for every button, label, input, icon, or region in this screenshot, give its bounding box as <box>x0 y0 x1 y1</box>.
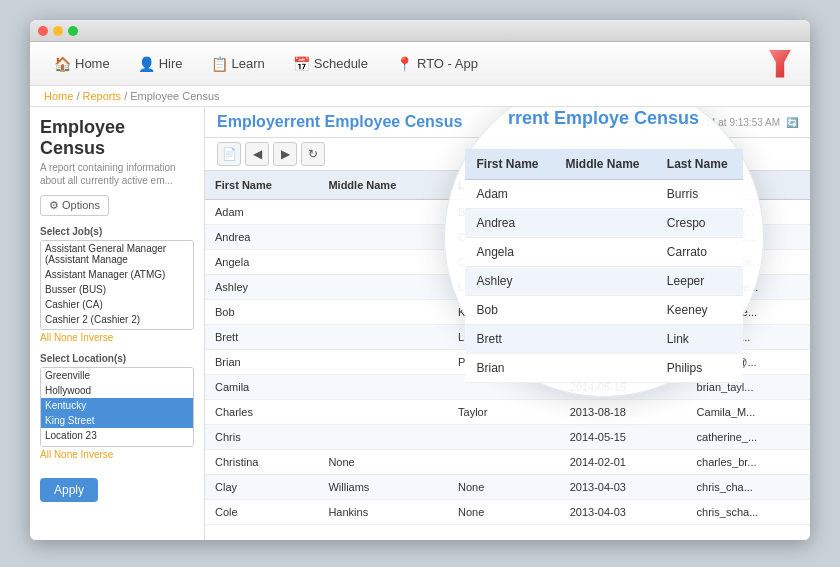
sidebar: Employee Census A report containing info… <box>30 107 205 540</box>
minimize-button[interactable] <box>53 26 63 36</box>
back-button[interactable]: ◀ <box>245 142 269 166</box>
list-item[interactable]: Kentucky <box>41 398 193 413</box>
breadcrumb-sep1: / <box>76 90 79 102</box>
cell-last: Crespo <box>448 225 560 250</box>
list-item[interactable]: Cashier (CA) <box>41 297 193 312</box>
nav-bar: 🏠 Home 👤 Hire 📋 Learn 📅 Schedule 📍 RTO -… <box>30 42 810 86</box>
nav-rto[interactable]: 📍 RTO - App <box>382 50 492 78</box>
col-first-name: First Name <box>205 171 318 200</box>
list-item[interactable]: Location 567 <box>41 443 193 447</box>
breadcrumb-current: Employee Census <box>130 90 219 102</box>
cell-dob: 2014-05-15 <box>560 375 687 400</box>
cell-middle: None <box>318 450 448 475</box>
cell-first: Charles <box>205 400 318 425</box>
cell-email: BobKeene... <box>687 300 810 325</box>
hire-icon: 👤 <box>138 56 155 72</box>
close-button[interactable] <box>38 26 48 36</box>
cell-email: charles_br... <box>687 450 810 475</box>
nav-schedule[interactable]: 📅 Schedule <box>279 50 382 78</box>
cell-last <box>448 375 560 400</box>
cell-dob: 2014-05-15 <box>560 350 687 375</box>
cell-last: Taylor <box>448 400 560 425</box>
table-row: ClayWilliamsNone2013-04-03chris_cha... <box>205 475 810 500</box>
export-button[interactable]: 📄 <box>217 142 241 166</box>
table-row: AngelaCarratoAngela_Ca... <box>205 250 810 275</box>
forward-button[interactable]: ▶ <box>273 142 297 166</box>
cell-dob <box>560 275 687 300</box>
list-item[interactable]: Busser (BUS) <box>41 282 193 297</box>
cell-middle <box>318 325 448 350</box>
cell-first: Adam <box>205 200 318 225</box>
report-title: Employerrent Employee Census <box>217 113 462 131</box>
cell-first: Ashley <box>205 275 318 300</box>
list-item[interactable]: Hollywood <box>41 383 193 398</box>
table-header-row: First Name Middle Name Last Name Date of… <box>205 171 810 200</box>
cell-first: Bob <box>205 300 318 325</box>
cell-email: Angela_Ca... <box>687 250 810 275</box>
table-container: First Name Middle Name Last Name Date of… <box>205 171 810 540</box>
table-row: Camila2014-05-15brian_tayl... <box>205 375 810 400</box>
jobs-label: Select Job(s) <box>40 226 194 237</box>
cell-email: ashley_lee... <box>687 275 810 300</box>
table-row: AshleyLeeperashley_lee... <box>205 275 810 300</box>
cell-dob: 2013-04-03 <box>560 475 687 500</box>
cell-first: Angela <box>205 250 318 275</box>
table-row: AdamBurrisadam_bur... <box>205 200 810 225</box>
maximize-button[interactable] <box>68 26 78 36</box>
rto-icon: 📍 <box>396 56 413 72</box>
cell-last: Burris <box>448 200 560 225</box>
list-item[interactable]: Greenville <box>41 368 193 383</box>
options-button[interactable]: ⚙ Options <box>40 195 109 216</box>
cell-dob: 2013-04-03 <box>560 500 687 525</box>
cell-last: Carrato <box>448 250 560 275</box>
cell-dob: 2013-08-18 <box>560 400 687 425</box>
title-bar <box>30 20 810 42</box>
refresh-icon[interactable]: 🔄 <box>786 117 798 128</box>
cell-middle <box>318 400 448 425</box>
col-dob: Date of Birth <box>560 171 687 200</box>
report-meta: Data refreshed Aug 14, 2014 at 9:13:53 A… <box>588 117 798 128</box>
list-item[interactable]: Location 23 <box>41 428 193 443</box>
breadcrumb-reports[interactable]: Reports <box>83 90 122 102</box>
nav-home[interactable]: 🏠 Home <box>40 50 124 78</box>
table-row: AndreaCrespoAndrea_C... <box>205 225 810 250</box>
col-middle-name: Middle Name <box>318 171 448 200</box>
apply-button[interactable]: Apply <box>40 478 98 502</box>
cell-last: Link <box>448 325 560 350</box>
schedule-icon: 📅 <box>293 56 310 72</box>
learn-icon: 📋 <box>211 56 228 72</box>
cell-email: catherine_... <box>687 425 810 450</box>
reload-button[interactable]: ↻ <box>301 142 325 166</box>
cell-last: Philips <box>448 350 560 375</box>
nav-hire[interactable]: 👤 Hire <box>124 50 197 78</box>
list-item[interactable]: Assistant General Manager (Assistant Man… <box>41 241 193 267</box>
breadcrumb-home[interactable]: Home <box>44 90 73 102</box>
page-title: Employee Census <box>40 117 194 159</box>
breadcrumb-sep2: / <box>124 90 127 102</box>
breadcrumb: Home / Reports / Employee Census <box>30 86 810 107</box>
browser-window: 🏠 Home 👤 Hire 📋 Learn 📅 Schedule 📍 RTO -… <box>30 20 810 540</box>
list-item[interactable]: King Street <box>41 413 193 428</box>
jobs-all-none[interactable]: All None Inverse <box>40 332 194 343</box>
cell-email: bphillips@... <box>687 350 810 375</box>
nav-learn[interactable]: 📋 Learn <box>197 50 279 78</box>
cell-email: adam_bur... <box>687 200 810 225</box>
cell-email: chris_scha... <box>687 500 810 525</box>
nav-home-label: Home <box>75 56 110 71</box>
jobs-list: Assistant General Manager (Assistant Man… <box>40 240 194 330</box>
main-content: Employerrent Employee Census Data refres… <box>205 107 810 540</box>
locations-all-none[interactable]: All None Inverse <box>40 449 194 460</box>
cell-middle <box>318 275 448 300</box>
list-item[interactable]: Assistant Manager (ATMG) <box>41 267 193 282</box>
cell-first: Camila <box>205 375 318 400</box>
toolbar: 📄 ◀ ▶ ↻ <box>205 138 810 171</box>
cell-email: chris_cha... <box>687 475 810 500</box>
cell-first: Christina <box>205 450 318 475</box>
cell-first: Cole <box>205 500 318 525</box>
cell-email: Andrea_C... <box>687 225 810 250</box>
list-item[interactable]: Click Once Job (ClickOnceJob) <box>41 327 193 330</box>
cell-first: Andrea <box>205 225 318 250</box>
locations-list: Greenville Hollywood Kentucky King Stree… <box>40 367 194 447</box>
table-row: BobKeeneyBobKeene... <box>205 300 810 325</box>
list-item[interactable]: Cashier 2 (Cashier 2) <box>41 312 193 327</box>
